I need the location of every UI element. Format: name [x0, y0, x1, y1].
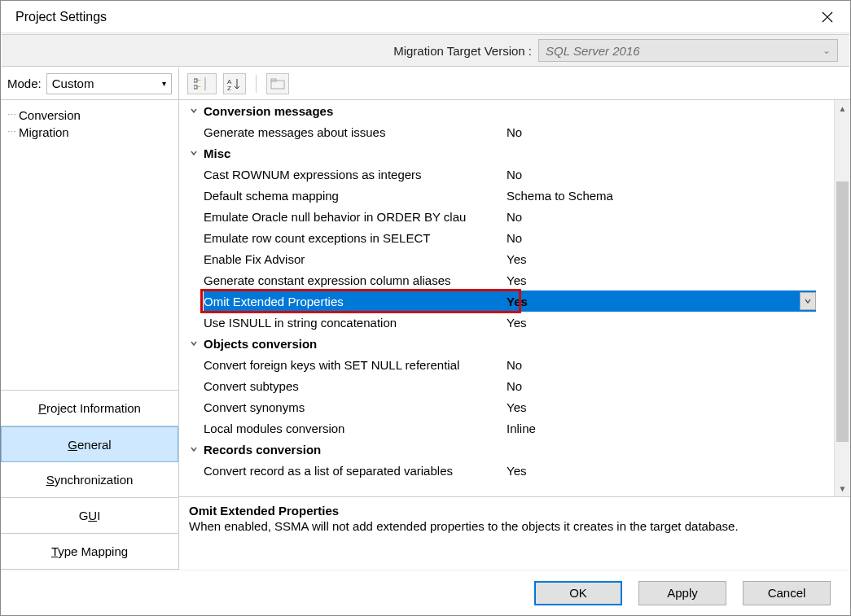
property-group[interactable]: Objects conversion [179, 333, 834, 354]
property-value[interactable]: Yes [502, 252, 834, 266]
property-value[interactable]: No [502, 231, 834, 245]
migration-target-dropdown[interactable]: SQL Server 2016 ⌄ [538, 39, 838, 62]
property-value[interactable]: Yes [502, 464, 834, 478]
mode-select[interactable]: Custom ▾ [46, 73, 172, 94]
property-value[interactable]: No [502, 379, 834, 393]
chevron-down-icon [805, 299, 811, 304]
scroll-thumb[interactable] [836, 181, 849, 442]
property-row[interactable]: Emulate row count exceptions in SELECTNo [179, 227, 834, 248]
property-label: Convert foreign keys with SET NULL refer… [200, 358, 502, 372]
dialog-buttons: OK Apply Cancel [1, 570, 850, 615]
property-value[interactable]: Yes [502, 316, 834, 330]
property-row[interactable]: Emulate Oracle null behavior in ORDER BY… [179, 206, 834, 227]
property-group[interactable]: Conversion messages [179, 100, 834, 121]
property-row[interactable]: Enable Fix AdvisorYes [179, 248, 834, 269]
svg-rect-3 [194, 85, 197, 89]
scroll-up-icon[interactable]: ▲ [835, 100, 850, 116]
property-toolbar: A Z [179, 68, 850, 100]
tree-item-label: Conversion [19, 108, 81, 122]
property-row[interactable]: Omit Extended PropertiesYes [179, 291, 834, 312]
main-area: Mode: Custom ▾ ⋯ Conversion ⋯ Migration [1, 68, 850, 570]
category-label: Project Information [38, 401, 141, 415]
property-label: Cast ROWNUM expressions as integers [200, 168, 502, 181]
property-value[interactable]: Yes [502, 273, 834, 287]
tree-item-migration[interactable]: ⋯ Migration [7, 124, 172, 141]
category-synchronization[interactable]: Synchronization [1, 462, 178, 498]
property-row[interactable]: Convert foreign keys with SET NULL refer… [179, 354, 834, 375]
chevron-down-icon: ⌄ [822, 45, 831, 56]
property-label: Convert record as a list of separated va… [200, 464, 502, 478]
right-column: A Z Conversion messagesGenerate messages… [179, 68, 850, 570]
settings-tree: ⋯ Conversion ⋯ Migration [1, 100, 178, 391]
property-group[interactable]: Misc [179, 142, 834, 164]
collapse-icon[interactable] [187, 149, 200, 157]
close-icon [822, 11, 833, 23]
tree-item-conversion[interactable]: ⋯ Conversion [7, 107, 172, 124]
property-row[interactable]: Generate constant expression column alia… [179, 269, 834, 291]
property-group[interactable]: Records conversion [179, 439, 834, 460]
property-row[interactable]: Cast ROWNUM expressions as integersNo [179, 164, 834, 185]
property-value[interactable]: Yes [502, 400, 834, 414]
property-label: Enable Fix Advisor [200, 252, 502, 266]
property-value[interactable]: No [502, 168, 834, 181]
value-dropdown-button[interactable] [800, 292, 816, 310]
collapse-icon[interactable] [187, 445, 200, 453]
category-label: GUI [79, 509, 101, 522]
property-pages-button[interactable] [266, 73, 289, 94]
property-row[interactable]: Convert record as a list of separated va… [179, 460, 834, 481]
property-label: Default schema mapping [200, 189, 502, 203]
tree-dots-icon: ⋯ [7, 110, 15, 120]
close-button[interactable] [814, 4, 840, 30]
category-label: Type Mapping [51, 544, 128, 558]
category-gui[interactable]: GUI [1, 498, 178, 534]
description-title: Omit Extended Properties [189, 504, 840, 518]
property-row[interactable]: Generate messages about issuesNo [179, 121, 834, 142]
property-value[interactable]: Yes [502, 295, 834, 308]
property-value[interactable]: No [502, 358, 834, 372]
chevron-down-icon: ▾ [162, 79, 166, 88]
migration-target-label: Migration Target Version : [393, 44, 532, 58]
property-value[interactable]: Schema to Schema [502, 189, 834, 203]
collapse-icon[interactable] [187, 339, 200, 347]
migration-target-value: SQL Server 2016 [546, 44, 640, 58]
property-label: Omit Extended Properties [200, 295, 502, 308]
folder-icon [270, 78, 285, 90]
description-body: When enabled, SSMA will not add extended… [189, 519, 840, 533]
group-label: Conversion messages [200, 104, 834, 118]
property-value[interactable]: No [502, 210, 834, 224]
alphabetical-button[interactable]: A Z [223, 73, 246, 94]
property-value[interactable]: No [502, 125, 834, 139]
category-label: Synchronization [46, 473, 134, 487]
ok-label: OK [569, 586, 587, 600]
categorized-button[interactable] [187, 73, 217, 94]
apply-button[interactable]: Apply [638, 581, 726, 605]
property-label: Convert subtypes [200, 379, 502, 393]
property-value[interactable]: Inline [502, 422, 834, 435]
property-row[interactable]: Convert synonymsYes [179, 396, 834, 417]
description-panel: Omit Extended Properties When enabled, S… [179, 496, 850, 570]
property-row[interactable]: Default schema mappingSchema to Schema [179, 185, 834, 206]
cancel-label: Cancel [768, 586, 806, 600]
sort-az-icon: A Z [227, 77, 242, 90]
category-type-mapping[interactable]: Type Mapping [1, 534, 178, 570]
category-project-information[interactable]: Project Information [1, 391, 178, 426]
category-general[interactable]: General [1, 426, 178, 462]
property-row[interactable]: Local modules conversionInline [179, 417, 834, 439]
cancel-button[interactable]: Cancel [743, 581, 831, 605]
vertical-scrollbar[interactable]: ▲ ▼ [834, 100, 850, 496]
property-row[interactable]: Use ISNULL in string concatenationYes [179, 312, 834, 333]
svg-rect-7 [200, 86, 200, 87]
mode-label: Mode: [7, 76, 42, 90]
property-label: Local modules conversion [200, 422, 502, 435]
svg-rect-5 [200, 80, 200, 81]
scroll-down-icon[interactable]: ▼ [835, 480, 850, 496]
svg-rect-6 [198, 86, 199, 87]
collapse-icon[interactable] [187, 107, 200, 115]
mode-value: Custom [52, 76, 94, 90]
property-grid-wrap: Conversion messagesGenerate messages abo… [179, 100, 850, 496]
property-label: Generate constant expression column alia… [200, 273, 502, 287]
tree-dots-icon: ⋯ [7, 127, 15, 138]
ok-button[interactable]: OK [534, 581, 622, 605]
property-label: Generate messages about issues [200, 125, 502, 139]
property-row[interactable]: Convert subtypesNo [179, 375, 834, 396]
